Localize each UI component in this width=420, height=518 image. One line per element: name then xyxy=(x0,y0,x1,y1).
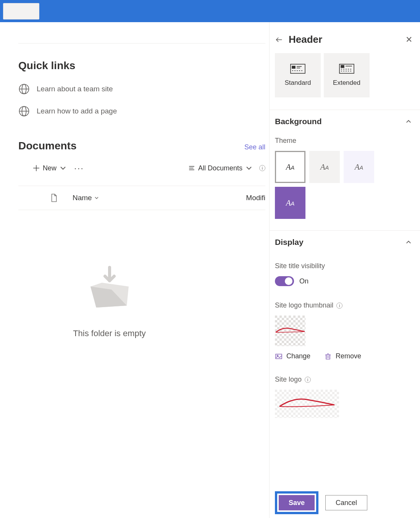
site-title-toggle[interactable] xyxy=(275,276,294,286)
info-icon[interactable]: i xyxy=(259,165,265,171)
layout-standard[interactable]: Standard xyxy=(275,53,321,97)
cancel-button[interactable]: Cancel xyxy=(325,495,367,510)
svg-point-26 xyxy=(277,355,278,356)
view-selector[interactable]: All Documents xyxy=(188,164,252,172)
layout-options: Standard Extended xyxy=(270,53,420,110)
save-highlight: Save xyxy=(275,491,318,514)
quick-link-label: Learn how to add a page xyxy=(37,107,117,115)
quick-link-label: Learn about a team site xyxy=(37,85,113,93)
more-actions-button[interactable]: ··· xyxy=(74,163,84,173)
empty-state: This folder is empty xyxy=(0,260,265,338)
quick-links-title: Quick links xyxy=(18,60,265,72)
globe-icon xyxy=(18,105,30,117)
list-icon xyxy=(188,165,195,172)
table-header: Name Modifi xyxy=(18,186,265,210)
theme-label: Theme xyxy=(275,137,415,145)
logo-image xyxy=(275,327,305,334)
display-section-body: Site title visibility On Site logo thumb… xyxy=(270,254,420,426)
svg-rect-27 xyxy=(326,355,330,359)
theme-option-1[interactable]: AA xyxy=(275,151,305,183)
save-button[interactable]: Save xyxy=(279,495,315,510)
view-label: All Documents xyxy=(198,164,242,172)
new-button[interactable]: New xyxy=(33,164,66,172)
empty-folder-icon xyxy=(79,260,140,313)
quick-link-item[interactable]: Learn how to add a page xyxy=(18,105,265,117)
site-logo-preview xyxy=(275,390,339,418)
layout-extended[interactable]: Extended xyxy=(324,53,370,97)
info-icon[interactable]: i xyxy=(336,303,342,309)
remove-logo-button[interactable]: Remove xyxy=(324,352,361,360)
header-settings-panel: Header ✕ Standard Extended Background Th… xyxy=(269,22,420,518)
top-bar xyxy=(0,0,420,22)
standard-layout-icon xyxy=(290,64,305,74)
site-title-visibility-label: Site title visibility xyxy=(275,262,415,270)
background-section-header[interactable]: Background xyxy=(270,110,420,133)
new-label: New xyxy=(43,164,57,172)
panel-footer: Save Cancel xyxy=(270,488,420,518)
quick-link-item[interactable]: Learn about a team site xyxy=(18,83,265,95)
column-modified[interactable]: Modifi xyxy=(246,194,265,202)
background-section-body: Theme AA AA AA AA xyxy=(270,133,420,230)
site-logo-thumbnail-label: Site logo thumbnail i xyxy=(275,301,415,309)
toggle-state-label: On xyxy=(299,277,309,285)
search-input[interactable] xyxy=(3,3,39,19)
documents-toolbar: New ··· All Documents i xyxy=(18,163,265,181)
column-name[interactable]: Name xyxy=(73,194,99,202)
svg-rect-12 xyxy=(291,64,305,73)
info-icon[interactable]: i xyxy=(305,377,311,383)
see-all-link[interactable]: See all xyxy=(244,143,265,151)
globe-icon xyxy=(18,83,30,95)
panel-title: Header xyxy=(289,34,322,45)
chevron-up-icon xyxy=(405,118,412,125)
svg-rect-18 xyxy=(341,65,344,68)
close-button[interactable]: ✕ xyxy=(405,35,412,45)
divider xyxy=(18,43,265,44)
plus-icon xyxy=(33,165,40,172)
svg-rect-13 xyxy=(292,66,295,68)
back-button[interactable] xyxy=(275,36,283,44)
file-icon xyxy=(50,194,57,202)
chevron-down-icon xyxy=(246,165,252,172)
page-content: Quick links Learn about a team site Lear… xyxy=(0,22,269,518)
chevron-up-icon xyxy=(405,239,412,245)
trash-icon xyxy=(324,353,332,360)
display-section-header[interactable]: Display xyxy=(270,230,420,254)
change-logo-button[interactable]: Change xyxy=(275,352,310,360)
site-logo-label: Site logo i xyxy=(275,376,415,384)
chevron-down-icon xyxy=(60,165,66,172)
theme-option-4[interactable]: AA xyxy=(275,187,305,219)
documents-section: Documents See all New ··· All Documents xyxy=(18,140,265,338)
empty-text: This folder is empty xyxy=(73,329,146,338)
documents-title: Documents xyxy=(18,140,76,152)
chevron-down-icon xyxy=(94,196,99,200)
extended-layout-icon xyxy=(339,64,354,74)
quick-links-section: Quick links Learn about a team site Lear… xyxy=(18,60,265,117)
theme-option-3[interactable]: AA xyxy=(344,151,374,183)
image-icon xyxy=(275,353,283,360)
logo-thumbnail-preview xyxy=(275,316,305,346)
theme-option-2[interactable]: AA xyxy=(309,151,340,183)
logo-image xyxy=(278,397,336,409)
